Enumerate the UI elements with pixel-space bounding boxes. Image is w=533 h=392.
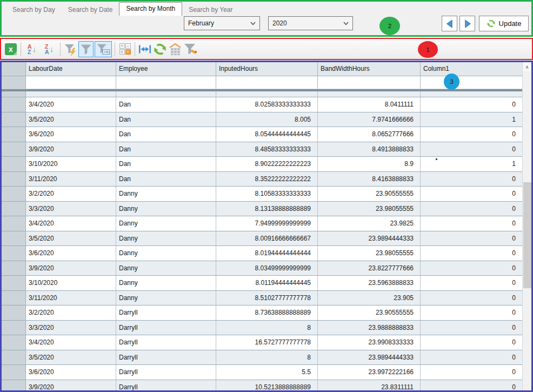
table-row[interactable]: 3/11/2020Dan8.352222222222228.4163888833… [2,172,522,187]
row-indicator[interactable] [2,305,26,320]
previous-month-button[interactable] [442,16,457,31]
tab-search-by-year[interactable]: Search by Year [182,3,239,16]
tab-search-by-month[interactable]: Search by Month [119,2,182,16]
table-home-button[interactable] [168,41,183,57]
cell-labour-date[interactable]: 3/11/2020 [26,172,116,187]
cell-column1[interactable]: 0 [421,202,522,216]
find-panel-button[interactable]: AB| [95,41,112,57]
row-indicator[interactable] [2,172,26,187]
column-header-labourdate[interactable]: LabourDate [26,62,116,76]
cell-bandwidth-hours[interactable]: 23.9825 [318,216,421,231]
sort-descending-button[interactable]: ZA ↓ [41,41,58,57]
table-row[interactable]: 3/11/2020Danny8.5102777777777823.9050 [2,291,522,306]
cell-labour-date[interactable]: 3/11/2020 [26,291,116,305]
column-header-employee[interactable]: Employee [116,62,216,76]
cell-inputed-hours[interactable]: 8.10583333333333 [216,187,318,201]
refresh-button[interactable] [152,41,168,57]
cell-inputed-hours[interactable]: 8.90222222222223 [216,157,318,171]
cell-employee[interactable]: Dan [116,97,216,112]
cell-column1[interactable]: 0 [421,291,522,305]
cell-bandwidth-hours[interactable]: 23.98055555 [318,246,421,261]
cell-column1[interactable]: 0 [421,216,522,231]
table-row[interactable]: 3/9/2020Darryll10.521388888888923.831111… [2,380,522,392]
cell-bandwidth-hours[interactable]: 23.9894444333 [318,350,421,365]
cell-bandwidth-hours[interactable]: 23.9888888833 [318,321,421,335]
cell-column1[interactable]: 0 [421,231,522,246]
row-indicator[interactable] [2,142,26,157]
cell-inputed-hours[interactable]: 7.94999999999999 [216,216,318,231]
cell-column1[interactable]: 0 [421,380,522,392]
cell-inputed-hours[interactable]: 8.005 [216,112,318,127]
cell-employee[interactable]: Dan [116,157,216,171]
row-indicator[interactable] [2,202,26,216]
cell-inputed-hours[interactable]: 8 [216,350,318,365]
scroll-up-button[interactable]: ∧ [523,62,531,71]
calculator-button[interactable]: + - x = [117,41,132,57]
row-indicator[interactable] [2,261,26,276]
table-row[interactable]: 3/9/2020Danny8.0349999999999923.82277776… [2,261,522,276]
table-row[interactable]: 3/3/2020Darryll823.98888888330 [2,321,522,336]
cell-employee[interactable]: Danny [116,216,216,231]
vertical-scrollbar[interactable]: ∧ [522,62,531,390]
cell-employee[interactable]: Darryll [116,380,216,392]
row-indicator[interactable] [2,127,26,142]
tab-search-by-date[interactable]: Search by Date [62,3,119,16]
table-row[interactable]: 3/2/2020Darryll8.7363888888888923.905555… [2,305,522,321]
cell-employee[interactable]: Darryll [116,305,216,320]
table-row[interactable]: 3/4/2020Dan8.025833333333338.04111110 [2,97,522,112]
table-row[interactable]: 3/4/2020Danny7.9499999999999923.98250 [2,216,522,231]
cell-employee[interactable]: Dan [116,127,216,142]
cell-labour-date[interactable]: 3/3/2020 [26,321,116,335]
cell-inputed-hours[interactable]: 8.73638888888889 [216,305,318,320]
year-select[interactable]: 2020 [268,16,353,30]
cell-bandwidth-hours[interactable]: 8.0652777666 [318,127,421,142]
row-indicator[interactable] [2,246,26,261]
row-indicator[interactable] [2,216,26,231]
row-indicator[interactable] [2,291,26,305]
cell-column1[interactable]: 0 [421,321,522,335]
best-fit-button[interactable] [137,41,152,57]
table-row[interactable]: 3/6/2020Danny8.0194444444444423.98055555… [2,246,522,261]
cell-labour-date[interactable]: 3/3/2020 [26,202,116,216]
cell-employee[interactable]: Danny [116,187,216,201]
cell-employee[interactable]: Danny [116,291,216,305]
row-indicator[interactable] [2,276,26,290]
cell-column1[interactable]: 0 [421,246,522,261]
cell-labour-date[interactable]: 3/4/2020 [26,97,116,112]
cell-bandwidth-hours[interactable]: 8.9 [318,157,421,171]
cell-employee[interactable]: Danny [116,246,216,261]
cell-employee[interactable]: Darryll [116,350,216,365]
cell-bandwidth-hours[interactable]: 8.0411111 [318,97,421,112]
tab-search-by-day[interactable]: Search by Day [6,3,62,16]
cell-inputed-hours[interactable]: 8 [216,321,318,335]
cell-inputed-hours[interactable]: 16.5727777777778 [216,335,318,350]
cell-labour-date[interactable]: 3/6/2020 [26,127,116,142]
cell-bandwidth-hours[interactable]: 23.90555555 [318,305,421,320]
cell-column1[interactable]: 0 [421,127,522,142]
table-row[interactable]: 3/5/2020Darryll823.98944443330 [2,350,522,366]
cell-labour-date[interactable]: 3/6/2020 [26,246,116,261]
cell-inputed-hours[interactable]: 8.05444444444445 [216,127,318,142]
filter-button[interactable] [78,41,94,57]
table-row[interactable]: 3/9/2020Dan8.485833333333338.49138888330 [2,142,522,157]
cell-bandwidth-hours[interactable]: 23.9908333333 [318,335,421,350]
cell-column1[interactable]: 0 [421,97,522,112]
cell-inputed-hours[interactable]: 8.13138888888889 [216,202,318,216]
row-indicator[interactable] [2,335,26,350]
cell-labour-date[interactable]: 3/10/2020 [26,276,116,290]
row-indicator[interactable] [2,365,26,380]
cell-employee[interactable]: Dan [116,172,216,187]
cell-employee[interactable]: Darryll [116,335,216,350]
cell-bandwidth-hours[interactable]: 23.905 [318,291,421,305]
cell-labour-date[interactable]: 3/4/2020 [26,216,116,231]
cell-inputed-hours[interactable]: 8.51027777777778 [216,291,318,305]
row-indicator[interactable] [2,112,26,127]
cell-inputed-hours[interactable]: 8.02583333333333 [216,97,318,112]
cell-inputed-hours[interactable]: 8.03499999999999 [216,261,318,276]
cell-inputed-hours[interactable]: 8.35222222222222 [216,172,318,187]
cell-labour-date[interactable]: 3/9/2020 [26,142,116,157]
cell-inputed-hours[interactable]: 8.01194444444445 [216,276,318,290]
cell-labour-date[interactable]: 3/2/2020 [26,305,116,320]
cell-employee[interactable]: Dan [116,112,216,127]
month-select[interactable]: February [184,16,260,30]
